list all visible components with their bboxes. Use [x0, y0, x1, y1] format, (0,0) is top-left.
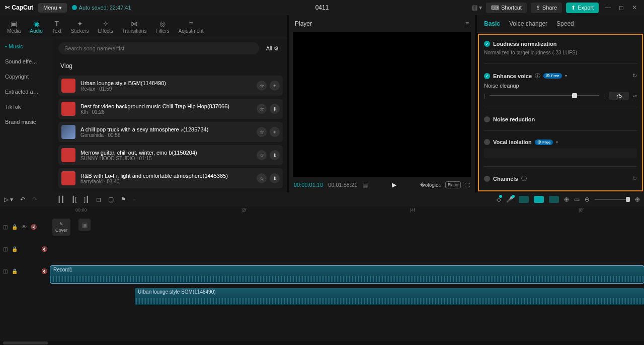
crop-tool[interactable]: ◻: [96, 196, 101, 203]
song-row[interactable]: Best for video background music Chill Tr…: [58, 99, 283, 119]
info-icon[interactable]: ⓘ: [521, 175, 527, 182]
scrollbar-thumb[interactable]: [3, 341, 48, 344]
ratio-button[interactable]: Ratio: [445, 181, 461, 188]
favorite-icon[interactable]: ☆: [257, 81, 267, 91]
add-icon[interactable]: ＋: [270, 127, 280, 137]
shortcut-button[interactable]: ⌨ Shortcut: [486, 3, 527, 13]
video-placeholder[interactable]: ▣: [78, 219, 91, 231]
fullscreen-icon[interactable]: ⛶: [465, 182, 470, 188]
clip-record1[interactable]: Record1: [50, 266, 644, 283]
info-icon[interactable]: ⓘ: [535, 72, 540, 80]
marker-tool[interactable]: ▢: [108, 196, 114, 203]
audio-track-1[interactable]: Record1: [50, 264, 644, 286]
navtab-text[interactable]: TText: [48, 17, 66, 36]
share-button[interactable]: ⇪ Share: [531, 3, 562, 13]
navtab-effects[interactable]: ✧Effects: [94, 17, 117, 36]
download-icon[interactable]: ⬇: [270, 150, 280, 160]
player-menu-icon[interactable]: ≡: [465, 20, 469, 27]
mute-icon[interactable]: 🔇: [41, 246, 47, 252]
lock-icon[interactable]: 🔒: [12, 268, 18, 274]
noise-reduction-checkbox[interactable]: [484, 116, 490, 122]
list-view-icon[interactable]: ▤: [362, 181, 368, 188]
audio-track-2[interactable]: Urban lounge style BGM(1148490): [50, 286, 644, 308]
search-input[interactable]: [58, 42, 259, 54]
vocal-isolation-checkbox[interactable]: [484, 139, 490, 145]
sidebar-item-sound-effe-[interactable]: Sound effe…: [0, 54, 54, 68]
props-tab-speed[interactable]: Speed: [556, 20, 574, 27]
sidebar-item-extracted-a-[interactable]: Extracted a…: [0, 85, 54, 99]
split-tool[interactable]: ┃┃: [57, 196, 64, 203]
selection-tool[interactable]: ▷ ▾: [4, 196, 13, 203]
play-button[interactable]: ▶: [392, 181, 396, 188]
mute-icon[interactable]: 🔇: [31, 224, 37, 230]
favorite-icon[interactable]: ☆: [257, 104, 267, 114]
navtab-audio[interactable]: ◉Audio: [26, 17, 47, 36]
menu-button[interactable]: Menu ▾: [38, 3, 67, 13]
align-icon[interactable]: ⊕: [564, 196, 569, 203]
snap-icon[interactable]: ◇: [497, 196, 501, 203]
filter-all-button[interactable]: All ⚙: [262, 43, 283, 54]
download-icon[interactable]: ⬇: [270, 104, 280, 114]
export-button[interactable]: ⬆ Export: [566, 3, 599, 13]
layout-icon[interactable]: ▥ ▾: [472, 4, 482, 11]
sidebar-item-copyright[interactable]: Copyright: [0, 70, 54, 84]
lock-icon[interactable]: 🔒: [12, 246, 18, 252]
toggle-icon[interactable]: ◫: [3, 224, 8, 230]
navtab-filters[interactable]: ◎Filters: [151, 17, 173, 36]
sidebar-item-brand-music[interactable]: Brand music: [0, 115, 54, 129]
toggle-icon[interactable]: ◫: [3, 246, 8, 252]
lock-icon[interactable]: 🔒: [12, 224, 18, 230]
mute-icon[interactable]: 🔇: [41, 268, 47, 274]
zoom-slider[interactable]: [595, 199, 630, 200]
chevron-down-icon[interactable]: ▾: [565, 74, 567, 78]
track-chip-2[interactable]: [534, 196, 544, 203]
noise-cleanup-slider[interactable]: [490, 95, 599, 96]
enhance-checkbox[interactable]: ✓: [484, 73, 490, 79]
zoom-thumb[interactable]: [626, 197, 630, 202]
fit-icon[interactable]: ▭: [574, 196, 580, 203]
maximize-icon[interactable]: ◻: [617, 4, 626, 11]
trim-right-tool[interactable]: ]┃: [84, 196, 89, 203]
close-icon[interactable]: ✕: [630, 4, 639, 11]
timeline-scrollbar[interactable]: [0, 341, 644, 345]
player-viewport[interactable]: [293, 32, 471, 177]
track-lanes[interactable]: ✎ Cover ▣ Record1 Urban lounge style BGM…: [50, 216, 644, 341]
navtab-media[interactable]: ▣Media: [3, 17, 25, 36]
chevron-down-icon[interactable]: ▾: [556, 140, 558, 145]
zoom-out-icon[interactable]: ⊖: [585, 196, 590, 203]
favorite-icon[interactable]: ☆: [257, 150, 267, 160]
noise-cleanup-value[interactable]: 75: [609, 92, 629, 100]
navtab-transitions[interactable]: ⋈Transitions: [118, 17, 151, 36]
navtab-stickers[interactable]: ✦Stickers: [67, 17, 93, 36]
song-row[interactable]: Merrow guitar, chill out, winter, emo b(…: [58, 145, 283, 165]
focus-icon[interactable]: �ològic⌕: [420, 182, 441, 188]
eye-icon[interactable]: 👁: [22, 224, 27, 230]
zoom-in-icon[interactable]: ⊕: [635, 196, 640, 203]
redo-button[interactable]: ↷: [32, 196, 37, 203]
favorite-icon[interactable]: ☆: [257, 127, 267, 137]
video-track[interactable]: ✎ Cover ▣: [50, 216, 644, 264]
trim-left-tool[interactable]: ┃[: [71, 196, 76, 203]
toggle-icon[interactable]: ◫: [3, 268, 8, 274]
channels-checkbox[interactable]: [484, 176, 490, 182]
add-icon[interactable]: ＋: [270, 81, 280, 91]
download-icon[interactable]: ⬇: [270, 173, 280, 183]
timeline-ruler[interactable]: 00:00|2f|4f|6f: [0, 206, 644, 216]
props-tab-basic[interactable]: Basic: [484, 20, 500, 27]
navtab-adjustment[interactable]: ≡Adjustment: [175, 17, 208, 36]
song-row[interactable]: R&B with Lo-Fi, light and comfortable at…: [58, 168, 283, 188]
vocal-isolation-select[interactable]: [484, 148, 637, 158]
minimize-icon[interactable]: —: [603, 4, 613, 11]
track-chip-1[interactable]: [519, 196, 529, 203]
song-row[interactable]: A chill pop truck with a sexy atmosphere…: [58, 122, 283, 142]
props-tab-voice-changer[interactable]: Voice changer: [509, 20, 547, 27]
sidebar-item-tiktok[interactable]: TikTok: [0, 100, 54, 114]
clip-urban-lounge[interactable]: Urban lounge style BGM(1148490): [135, 288, 644, 305]
revert-icon[interactable]: ↻: [632, 175, 637, 182]
undo-button[interactable]: ↶: [20, 196, 25, 203]
stepper-icon[interactable]: ▴▾: [633, 94, 637, 98]
sidebar-item-music[interactable]: Music: [0, 39, 54, 53]
loudness-checkbox[interactable]: ✓: [484, 41, 490, 47]
cover-button[interactable]: ✎ Cover: [52, 219, 70, 236]
song-row[interactable]: Urban lounge style BGM(1148490) Re-lax ·…: [58, 76, 283, 96]
